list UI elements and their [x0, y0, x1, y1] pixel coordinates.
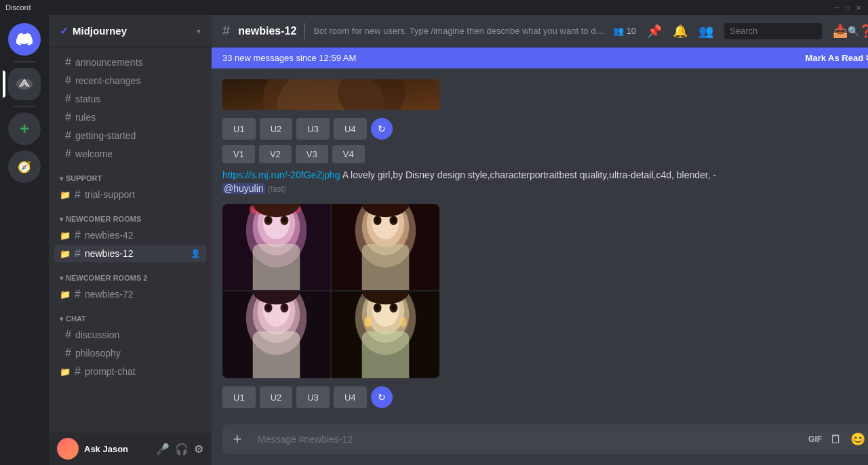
- search-input[interactable]: [730, 26, 844, 36]
- follow-icon[interactable]: 🔔: [673, 24, 688, 39]
- category-newcomer-rooms-2-label: NEWCOMER ROOMS 2: [66, 274, 147, 282]
- category-chat[interactable]: ▾ CHAT: [49, 304, 212, 325]
- emoji-icon[interactable]: 😊: [850, 432, 865, 447]
- channel-sidebar: ✓ Midjourney ▾ # announcements # recent-…: [49, 15, 212, 465]
- settings-icon[interactable]: ⚙: [194, 443, 203, 456]
- v4-button[interactable]: V4: [332, 145, 365, 163]
- message-text-1: https://s.mj.run/-20fGeZjphg A lovely gi…: [222, 169, 868, 195]
- u3-button-2[interactable]: U3: [296, 386, 330, 408]
- svg-point-25: [376, 217, 380, 222]
- hash-icon: #: [75, 365, 81, 378]
- channel-hash-icon: #: [222, 23, 230, 39]
- hash-icon: #: [65, 329, 71, 341]
- discord-home-icon[interactable]: [8, 23, 41, 56]
- hash-icon: #: [75, 247, 81, 260]
- channel-item-status[interactable]: # status: [54, 90, 206, 108]
- category-support[interactable]: ▾ SUPPORT: [49, 163, 212, 185]
- channel-item-recent-changes[interactable]: # recent-changes: [54, 72, 206, 89]
- sticker-icon[interactable]: 🗒: [830, 432, 842, 447]
- pin-icon[interactable]: 📌: [647, 24, 662, 39]
- headset-icon[interactable]: 🎧: [175, 443, 189, 456]
- server-divider-2: [14, 106, 35, 107]
- new-messages-text: 33 new messages since 12:59 AM: [222, 53, 356, 63]
- channel-item-newbies-12[interactable]: 📁 # newbies-12 👤: [54, 245, 206, 262]
- channel-item-announcements[interactable]: # announcements: [54, 54, 206, 71]
- channel-item-trial-support[interactable]: 📁 # trial-support: [54, 186, 206, 203]
- hash-icon: #: [65, 148, 71, 160]
- inbox-icon[interactable]: 📥: [833, 24, 848, 39]
- svg-point-51: [376, 304, 380, 310]
- channel-item-rules[interactable]: # rules: [54, 108, 206, 126]
- u2-button[interactable]: U2: [260, 118, 293, 140]
- svg-point-39: [282, 304, 286, 310]
- explore-servers-button[interactable]: 🧭: [8, 150, 41, 183]
- channel-item-getting-started[interactable]: # getting-started: [54, 127, 206, 144]
- mark-as-read-button[interactable]: Mark As Read ✉: [806, 53, 868, 63]
- channel-item-newbies-72[interactable]: 📁 # newbies-72: [54, 285, 206, 303]
- chat-area[interactable]: U1 U2 U3 U4 ↻ V1 V2 V3 V4 https://s.mj.r…: [212, 68, 868, 419]
- search-icon: 🔍: [848, 26, 859, 37]
- svg-point-26: [391, 217, 395, 222]
- refresh-button-1[interactable]: ↻: [371, 118, 393, 140]
- main-content: # newbies-12 Bot room for new users. Typ…: [212, 15, 868, 465]
- category-newcomer-rooms[interactable]: ▾ NEWCOMER ROOMS: [49, 204, 212, 226]
- server-header[interactable]: ✓ Midjourney ▾: [49, 15, 212, 47]
- channel-item-discussion[interactable]: # discussion: [54, 326, 206, 344]
- message-link[interactable]: https://s.mj.run/-20fGeZjphg: [222, 169, 340, 180]
- checkmark-icon: ✓: [60, 25, 68, 37]
- u4-button[interactable]: U4: [334, 118, 367, 140]
- u2-button-2[interactable]: U2: [260, 386, 293, 408]
- maximize-button[interactable]: □: [844, 3, 852, 12]
- u4-button-2[interactable]: U4: [334, 386, 367, 408]
- folder-icon: 📁: [60, 249, 71, 259]
- category-chevron-icon: ▾: [60, 216, 63, 223]
- refresh-button-2[interactable]: ↻: [371, 386, 393, 408]
- svg-rect-17: [253, 243, 300, 290]
- u1-button-2[interactable]: U1: [222, 386, 256, 408]
- titlebar: Discord ─ □ ✕: [0, 0, 868, 15]
- u1-button[interactable]: U1: [222, 118, 256, 140]
- ai-image-grid[interactable]: [222, 204, 439, 378]
- v1-button[interactable]: V1: [222, 145, 255, 163]
- mark-as-read-label: Mark As Read: [806, 53, 864, 63]
- members-list-icon[interactable]: 👥: [698, 24, 713, 39]
- hash-icon: #: [65, 56, 71, 68]
- mic-icon[interactable]: 🎤: [156, 443, 170, 456]
- channel-item-welcome[interactable]: # welcome: [54, 145, 206, 163]
- window-controls: ─ □ ✕: [833, 3, 863, 12]
- category-support-label: SUPPORT: [66, 174, 102, 182]
- svg-point-38: [267, 304, 271, 310]
- search-bar[interactable]: 🔍: [724, 23, 822, 39]
- members-icon: 👥: [613, 26, 624, 36]
- channel-item-philosophy[interactable]: # philosophy: [54, 344, 206, 362]
- hash-icon: #: [65, 111, 71, 123]
- minimize-button[interactable]: ─: [833, 3, 841, 12]
- folder-icon: 📁: [60, 230, 71, 241]
- channel-item-prompt-chat[interactable]: 📁 # prompt-chat: [54, 363, 206, 380]
- channel-topic: Bot room for new users. Type /imagine th…: [313, 26, 604, 36]
- v3-button[interactable]: V3: [296, 145, 328, 163]
- category-newcomer-rooms-2[interactable]: ▾ NEWCOMER ROOMS 2: [49, 263, 212, 285]
- svg-point-12: [267, 217, 271, 222]
- server-divider: [14, 61, 35, 62]
- add-attachment-button[interactable]: +: [222, 424, 252, 454]
- folder-icon: 📁: [60, 289, 71, 300]
- midjourney-server-icon[interactable]: [8, 68, 41, 100]
- message-input[interactable]: [258, 426, 803, 452]
- channel-item-newbies-42[interactable]: 📁 # newbies-42: [54, 226, 206, 244]
- close-button[interactable]: ✕: [854, 3, 863, 12]
- user-avatar: [57, 438, 79, 460]
- help-icon[interactable]: ❓: [859, 24, 868, 39]
- add-server-button[interactable]: +: [8, 113, 41, 145]
- v2-button[interactable]: V2: [259, 145, 292, 163]
- member-icon: 👤: [191, 249, 201, 258]
- gif-button[interactable]: GIF: [808, 434, 822, 444]
- category-chevron-icon: ▾: [60, 275, 63, 282]
- svg-point-3: [263, 79, 317, 110]
- header-icons: 👥 10 📌 🔔 👥 🔍 📥 ❓: [613, 23, 868, 39]
- svg-point-54: [399, 317, 406, 327]
- image-cell-3: [222, 291, 330, 378]
- u3-button[interactable]: U3: [296, 118, 330, 140]
- upscale-button-row-1: U1 U2 U3 U4 ↻: [222, 118, 868, 140]
- header-divider: [304, 23, 305, 39]
